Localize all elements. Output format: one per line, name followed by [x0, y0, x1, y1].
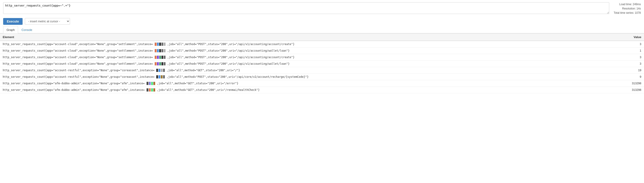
color-block [149, 88, 150, 91]
results-table: Element Value http_server_requests_count… [0, 33, 644, 93]
tabs-bar: Graph Console [0, 26, 644, 33]
element-cell: http_server_requests_count{app="account-… [0, 41, 615, 47]
element-prefix: http_server_requests_count{app="account-… [3, 75, 154, 78]
element-suffix: ,job="all",method="GET",status="200",uri… [157, 88, 260, 91]
top-bar: http_server_requests_count{app=~".+"} Lo… [0, 0, 644, 17]
info-panel: Load time: 249ms Resolution: 14s Total t… [614, 2, 641, 15]
element-suffix: ,job="all",method="POST",status="200",ur… [167, 56, 295, 59]
element-cell: http_server_requests_count{app="account-… [0, 54, 615, 60]
table-row: http_server_requests_count{app="account-… [0, 41, 644, 47]
color-block [162, 56, 163, 59]
color-block [157, 49, 159, 52]
table-row: http_server_requests_count{app="afm-dubb… [0, 87, 644, 93]
color-indicator [155, 56, 166, 59]
element-prefix: http_server_requests_count{app="afm-dubb… [3, 82, 145, 85]
color-block [163, 75, 165, 78]
column-element: Element [0, 33, 615, 41]
value-cell: 19 [615, 67, 644, 73]
value-cell: 3 [615, 41, 644, 47]
load-time: Load time: 249ms [614, 2, 641, 6]
element-suffix: ,job="all",method="GET",status="200",uri… [157, 82, 238, 85]
element-cell: http_server_requests_count{app="account-… [0, 73, 615, 80]
color-indicator [156, 75, 165, 78]
color-block [158, 75, 160, 78]
color-block [156, 69, 158, 72]
element-suffix: ,job="all",method="POST",status="200",ur… [167, 49, 290, 52]
color-block [157, 43, 159, 46]
element-prefix: http_server_requests_count{app="account-… [3, 56, 153, 59]
element-cell: http_server_requests_count{app="account-… [0, 47, 615, 54]
color-block [146, 88, 148, 91]
color-block [162, 49, 163, 52]
color-indicator [155, 49, 166, 52]
element-prefix: http_server_requests_count{app="account-… [3, 49, 153, 52]
element-suffix: ,job="all",method="POST",status="200",ur… [167, 62, 290, 65]
controls-row: Execute - insert metric at cursor - [0, 17, 644, 26]
element-cell: http_server_requests_count{app="account-… [0, 67, 615, 73]
element-suffix: ,job="all",method="GET",status="200",uri… [167, 69, 240, 72]
value-cell: 313298 [615, 87, 644, 93]
query-input[interactable]: http_server_requests_count{app=~".+"} [3, 2, 609, 14]
query-area: http_server_requests_count{app=~".+"} [3, 2, 609, 15]
metric-select[interactable]: - insert metric at cursor - [25, 18, 70, 24]
color-block [158, 69, 160, 72]
element-prefix: http_server_requests_count{app="afm-dubb… [3, 88, 145, 91]
value-cell: 9 [615, 73, 644, 80]
color-block [153, 82, 155, 85]
color-block [151, 82, 153, 85]
color-block [159, 62, 161, 65]
color-block [149, 82, 150, 85]
color-block [163, 69, 165, 72]
color-block [162, 62, 163, 65]
color-indicator [146, 88, 155, 91]
color-block [161, 75, 162, 78]
color-indicator [146, 82, 155, 85]
color-block [155, 62, 156, 65]
total-time-series: Total time series: 1078 [614, 11, 641, 15]
color-block [164, 49, 166, 52]
resolution: Resolution: 14s [614, 6, 641, 11]
color-block [155, 56, 156, 59]
element-suffix: ,job="all",method="POST",status="200",ur… [167, 43, 295, 46]
table-row: http_server_requests_count{app="account-… [0, 54, 644, 60]
color-block [157, 56, 159, 59]
element-prefix: http_server_requests_count{app="account-… [3, 62, 153, 65]
element-cell: http_server_requests_count{app="afm-dubb… [0, 87, 615, 93]
color-block [164, 56, 166, 59]
color-block [159, 43, 161, 46]
tab-console[interactable]: Console [18, 26, 36, 33]
color-block [155, 43, 156, 46]
element-suffix: ,job="all",method="POST",status="200",ur… [167, 75, 309, 78]
table-row: http_server_requests_count{app="account-… [0, 73, 644, 80]
value-cell: 3 [615, 60, 644, 67]
color-block [159, 49, 161, 52]
tab-graph[interactable]: Graph [3, 26, 18, 33]
value-cell: 313298 [615, 80, 644, 87]
element-prefix: http_server_requests_count{app="account-… [3, 43, 153, 46]
execute-button[interactable]: Execute [3, 18, 22, 25]
element-prefix: http_server_requests_count{app="account-… [3, 69, 154, 72]
column-value: Value [615, 33, 644, 41]
table-row: http_server_requests_count{app="account-… [0, 47, 644, 54]
table-row: http_server_requests_count{app="afm-dubb… [0, 80, 644, 87]
element-cell: http_server_requests_count{app="account-… [0, 60, 615, 67]
color-block [159, 56, 161, 59]
color-block [146, 82, 148, 85]
value-cell: 3 [615, 54, 644, 60]
color-block [162, 43, 163, 46]
results-table-container: Element Value http_server_requests_count… [0, 33, 644, 93]
color-block [155, 49, 156, 52]
color-block [157, 62, 159, 65]
color-block [164, 62, 166, 65]
table-row: http_server_requests_count{app="account-… [0, 67, 644, 73]
color-block [153, 88, 155, 91]
color-block [161, 69, 162, 72]
color-block [156, 75, 158, 78]
table-row: http_server_requests_count{app="account-… [0, 60, 644, 67]
color-indicator [155, 62, 166, 65]
value-cell: 1 [615, 47, 644, 54]
color-block [164, 43, 166, 46]
color-indicator [155, 43, 166, 46]
element-cell: http_server_requests_count{app="afm-dubb… [0, 80, 615, 87]
color-indicator [156, 69, 165, 72]
